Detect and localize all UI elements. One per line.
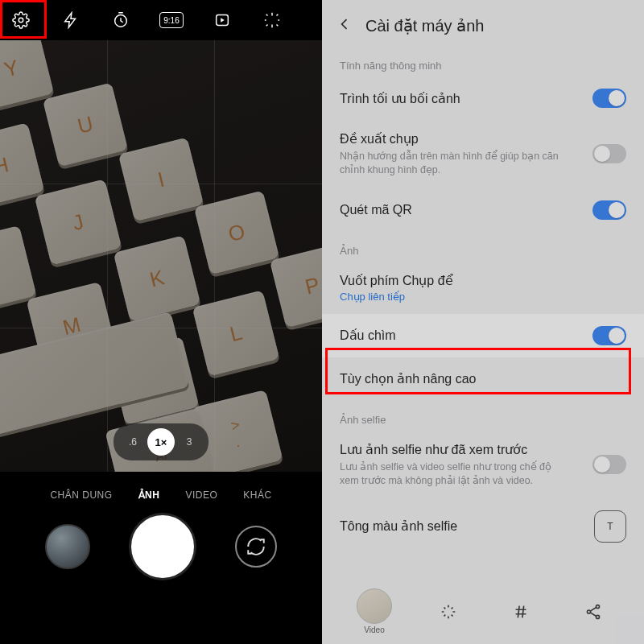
gallery-thumbnail[interactable] [45,524,90,569]
svg-point-3 [596,605,599,608]
toggle-qr[interactable] [592,200,626,220]
section-smart: Tính năng thông minh [322,47,644,76]
magic-edit-icon[interactable] [432,596,464,628]
svg-point-5 [596,615,599,618]
timer-icon[interactable] [109,9,132,31]
scan-text-icon[interactable]: T [594,510,626,543]
row-shot-suggestions[interactable]: Đề xuất chụp Nhận hướng dẫn trên màn hìn… [322,120,644,188]
mode-photo[interactable]: ẢNH [138,489,160,501]
row-watermark[interactable]: Dấu chìm [322,314,644,357]
settings-header: Cài đặt máy ảnh [322,0,644,47]
toggle-watermark[interactable] [592,326,626,345]
motion-icon[interactable] [211,9,233,31]
mode-portrait[interactable]: CHÂN DUNG [50,489,112,501]
zoom-opt-3x[interactable]: 3 [178,436,200,448]
toggle-scene[interactable] [592,89,626,108]
viewfinder[interactable]: Y U I O P H J K L N M <, >. Al .6 1× 3 [0,40,322,472]
svg-point-4 [587,609,590,613]
svg-point-0 [19,18,23,23]
camera-controls [0,507,322,602]
back-icon[interactable] [336,16,353,35]
mode-strip[interactable]: CHÂN DUNG ẢNH VIDEO KHÁC [0,472,322,507]
zoom-bar[interactable]: .6 1× 3 [114,423,208,460]
attachment-thumb[interactable] [357,588,392,624]
row-scene-optimizer[interactable]: Trình tối ưu bối cảnh [322,76,644,120]
row-advanced-photo[interactable]: Tùy chọn ảnh nâng cao [322,357,644,401]
row-save-selfie-preview[interactable]: Lưu ảnh selfie như đã xem trước Lưu ảnh … [322,431,644,499]
hashtag-icon[interactable] [505,596,537,628]
toggle-selfie-preview[interactable] [592,455,626,474]
switch-camera-button[interactable] [235,526,277,568]
shutter-button[interactable] [131,515,194,578]
row-scan-qr[interactable]: Quét mã QR [322,188,644,232]
flash-icon[interactable] [60,9,82,31]
mode-video[interactable]: VIDEO [185,489,217,501]
mode-more[interactable]: KHÁC [243,489,271,501]
section-photo: Ảnh [322,232,644,262]
toggle-suggestions[interactable] [592,144,626,163]
row-swipe-shutter[interactable]: Vuốt phím Chụp để Chụp liên tiếp [322,262,644,314]
attachment-label: Video [364,625,384,634]
section-selfie: Ảnh selfie [322,401,644,431]
share-toolbar: Video [322,588,644,634]
ratio-icon[interactable]: 9:16 [159,12,184,28]
camera-settings: Cài đặt máy ảnh Tính năng thông minh Trì… [322,0,644,644]
share-icon[interactable] [577,596,609,628]
zoom-opt-1x[interactable]: 1× [147,428,175,456]
camera-topbar: 9:16 [0,0,322,40]
row-selfie-tone[interactable]: Tông màu ảnh selfie T [322,499,644,591]
ratio-label: 9:16 [163,16,179,25]
gear-icon[interactable] [10,9,32,31]
zoom-opt-wide[interactable]: .6 [122,436,144,448]
filters-icon[interactable] [261,9,283,31]
camera-app: 9:16 Y U I O P H J K L N M <, >. Al .6 1… [0,0,322,644]
settings-title: Cài đặt máy ảnh [365,16,484,35]
